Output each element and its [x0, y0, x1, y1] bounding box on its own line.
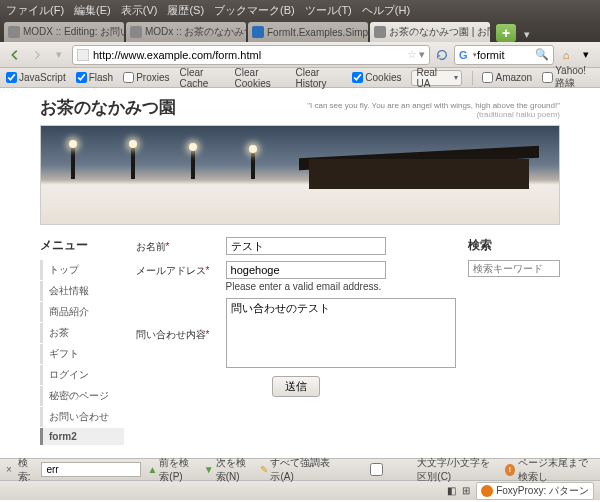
tab-3-active[interactable]: お茶のなかみつ園 | お問い…×	[370, 22, 490, 42]
status-icon[interactable]: ◧	[447, 485, 456, 496]
status-icon[interactable]: ⊞	[462, 485, 470, 496]
menubar: ファイル(F) 編集(E) 表示(V) 履歴(S) ブックマーク(B) ツール(…	[0, 0, 600, 20]
warning-icon: !	[505, 464, 514, 476]
toggle-proxies[interactable]: Proxies	[123, 72, 169, 83]
checkbox[interactable]	[6, 72, 17, 83]
menu-edit[interactable]: 編集(E)	[74, 3, 111, 18]
quote-source: (traditional haiku poem)	[307, 110, 560, 119]
clear-cookies-link[interactable]: Clear Cookies	[235, 67, 286, 89]
page-viewport[interactable]: お茶のなかみつ園 "I can see you fly. You are an …	[0, 88, 600, 458]
arrow-up-icon: ▲	[147, 464, 157, 475]
email-error-message: Please enter a valid email address.	[226, 281, 456, 292]
bookmark-star-icon[interactable]: ☆	[407, 48, 417, 61]
sidebar-item[interactable]: form2	[40, 428, 124, 445]
bookmark-amazon[interactable]: Amazon	[482, 72, 532, 83]
checkbox[interactable]	[338, 463, 415, 476]
search-input[interactable]	[477, 49, 535, 61]
quote-text: "I can see you fly. You are an angel wit…	[307, 101, 560, 110]
bookmark-yahoo-transit[interactable]: Yahoo!路線	[542, 65, 594, 90]
tab-label: お茶のなかみつ園 | お問い…	[389, 25, 490, 39]
menu-tools[interactable]: ツール(T)	[305, 3, 352, 18]
tab-label: MODX :: Editing: お問い合…	[23, 25, 124, 39]
foxyproxy-indicator[interactable]: FoxyProxy: パターン	[476, 482, 594, 500]
match-case-checkbox[interactable]: 大文字/小文字を区別(C)	[338, 456, 499, 484]
tab-strip: MODX :: Editing: お問い合…× MODx :: お茶のなかみつ園…	[0, 20, 600, 42]
menu-help[interactable]: ヘルプ(H)	[362, 3, 410, 18]
clear-history-link[interactable]: Clear History	[295, 67, 342, 89]
search-engine-bar[interactable]: ▾ 🔍	[454, 45, 554, 65]
contact-form: お名前* メールアドレス* Please enter a valid email…	[136, 237, 456, 446]
body-textarea[interactable]	[226, 298, 456, 368]
checkbox[interactable]	[542, 72, 553, 83]
urlbar-dropdown-icon[interactable]: ▾	[419, 48, 425, 61]
new-tab-button[interactable]: +	[496, 24, 516, 42]
email-label: メールアドレス*	[136, 261, 226, 278]
downloads-icon[interactable]: ▾	[578, 47, 594, 63]
menu-bookmarks[interactable]: ブックマーク(B)	[214, 3, 295, 18]
back-button[interactable]	[6, 46, 24, 64]
sidebar-item[interactable]: 秘密のページ	[40, 386, 124, 406]
favicon-icon	[8, 26, 20, 38]
sidebar-item[interactable]: ギフト	[40, 344, 124, 364]
checkbox[interactable]	[352, 72, 363, 83]
nav-toolbar: ▾ ☆ ▾ ▾ 🔍 ⌂ ▾	[0, 42, 600, 68]
tab-0[interactable]: MODX :: Editing: お問い合…×	[4, 22, 124, 42]
highlight-icon: ✎	[260, 464, 268, 475]
favicon-icon	[130, 26, 142, 38]
find-bar: × 検索: ▲前を検索(P) ▼次を検索(N) ✎すべて強調表示(A) 大文字/…	[0, 458, 600, 480]
arrow-down-icon: ▼	[204, 464, 214, 475]
checkbox[interactable]	[123, 72, 134, 83]
tab-label: MODx :: お茶のなかみつ園	[145, 25, 246, 39]
useragent-select[interactable]: Real UA	[411, 70, 461, 86]
reload-button[interactable]	[434, 47, 450, 63]
url-input[interactable]	[93, 49, 407, 61]
find-next-button[interactable]: ▼次を検索(N)	[204, 456, 255, 484]
email-input[interactable]	[226, 261, 386, 279]
recent-pages-dropdown-icon[interactable]: ▾	[50, 46, 68, 64]
google-icon[interactable]	[459, 49, 473, 61]
sidebar-item[interactable]: トップ	[40, 260, 124, 280]
name-input[interactable]	[226, 237, 386, 255]
toggle-javascript[interactable]: JavaScript	[6, 72, 66, 83]
findbar-close-icon[interactable]: ×	[6, 464, 12, 475]
tab-2[interactable]: FormIt.Examples.Simple …×	[248, 22, 368, 42]
sidebar-item[interactable]: ログイン	[40, 365, 124, 385]
menu-file[interactable]: ファイル(F)	[6, 3, 64, 18]
search-go-icon[interactable]: 🔍	[535, 48, 549, 61]
find-status: !ページ末尾まで検索し	[505, 456, 594, 484]
home-button[interactable]: ⌂	[558, 47, 574, 63]
checkbox[interactable]	[482, 72, 493, 83]
search-heading: 検索	[468, 237, 560, 254]
find-prev-button[interactable]: ▲前を検索(P)	[147, 456, 197, 484]
toggle-cookies[interactable]: Cookies	[352, 72, 401, 83]
site-search-input[interactable]	[468, 260, 560, 277]
submit-button[interactable]: 送信	[272, 376, 320, 397]
foxyproxy-icon	[481, 485, 493, 497]
find-input[interactable]	[41, 462, 141, 477]
favicon-icon	[252, 26, 264, 38]
header-quote: "I can see you fly. You are an angel wit…	[307, 101, 560, 119]
sidebar-item[interactable]: お茶	[40, 323, 124, 343]
find-label: 検索:	[18, 456, 36, 484]
menu-heading: メニュー	[40, 237, 124, 254]
search-sidebar: 検索	[468, 237, 560, 446]
sidebar-item[interactable]: お問い合わせ	[40, 407, 124, 427]
url-bar[interactable]: ☆ ▾	[72, 45, 430, 65]
name-label: お名前*	[136, 237, 226, 254]
sidebar-item[interactable]: 商品紹介	[40, 302, 124, 322]
tab-list-dropdown-icon[interactable]: ▾	[520, 26, 534, 42]
highlight-all-button[interactable]: ✎すべて強調表示(A)	[260, 456, 332, 484]
tab-1[interactable]: MODx :: お茶のなかみつ園×	[126, 22, 246, 42]
checkbox[interactable]	[76, 72, 87, 83]
toggle-flash[interactable]: Flash	[76, 72, 113, 83]
clear-cache-link[interactable]: Clear Cache	[180, 67, 225, 89]
webdeveloper-toolbar: JavaScript Flash Proxies Clear Cache Cle…	[0, 68, 600, 88]
site-title: お茶のなかみつ園	[40, 96, 176, 119]
page-favicon-icon	[77, 49, 89, 61]
sidebar-item[interactable]: 会社情報	[40, 281, 124, 301]
forward-button[interactable]	[28, 46, 46, 64]
menu-history[interactable]: 履歴(S)	[167, 3, 204, 18]
menu-view[interactable]: 表示(V)	[121, 3, 158, 18]
hero-image	[40, 125, 560, 225]
tab-label: FormIt.Examples.Simple …	[267, 27, 368, 38]
